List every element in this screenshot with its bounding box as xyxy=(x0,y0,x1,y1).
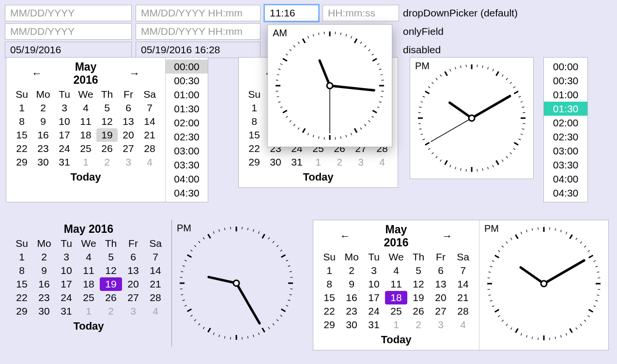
clock-face-br[interactable] xyxy=(483,223,604,344)
calendar-day[interactable]: 31 xyxy=(363,318,385,332)
calendar-day[interactable]: 6 xyxy=(430,264,452,277)
calendar-day[interactable]: 1 xyxy=(318,264,340,277)
calendar-day[interactable]: 30 xyxy=(265,155,286,169)
calendar-day[interactable]: 26 xyxy=(407,304,430,318)
calendar-day[interactable]: 8 xyxy=(318,277,340,291)
time-option[interactable]: 03:00 xyxy=(166,144,208,158)
ampm-br[interactable]: PM xyxy=(484,223,499,234)
calendar-day[interactable]: 15 xyxy=(11,128,32,142)
calendar-day[interactable]: 11 xyxy=(75,115,96,128)
date-input-1[interactable] xyxy=(9,7,127,19)
calendar-day[interactable]: 25 xyxy=(385,304,407,318)
time-option[interactable]: 01:30 xyxy=(544,102,587,116)
time-option[interactable]: 03:30 xyxy=(544,158,587,172)
calendar-day[interactable]: 14 xyxy=(139,115,160,128)
calendar-day[interactable]: 9 xyxy=(32,115,54,128)
calendar-day[interactable]: 2 xyxy=(96,155,118,169)
calendar-day[interactable]: 27 xyxy=(118,142,139,155)
prev-month-arrow[interactable]: ← xyxy=(318,230,372,243)
time-option[interactable]: 00:30 xyxy=(544,74,587,88)
time-option[interactable]: 04:30 xyxy=(166,186,208,200)
calendar-day[interactable]: 31 xyxy=(286,155,308,169)
time-list-standalone[interactable]: 00:0000:3001:0001:3002:0002:3003:0003:30… xyxy=(543,57,588,202)
calendar-day[interactable]: 4 xyxy=(371,155,393,169)
time-option[interactable]: 00:30 xyxy=(166,74,208,88)
calendar-day[interactable]: 23 xyxy=(340,304,363,318)
calendar-day[interactable]: 7 xyxy=(452,264,474,277)
calendar-day[interactable]: 16 xyxy=(32,128,54,142)
calendar-day[interactable]: 14 xyxy=(452,277,474,291)
calendar-day[interactable]: 21 xyxy=(452,291,474,304)
datetime-input-2[interactable] xyxy=(140,25,256,38)
datetime-input-1[interactable] xyxy=(140,7,256,19)
calendar-day[interactable]: 27 xyxy=(430,304,452,318)
date-field-2[interactable] xyxy=(5,23,132,40)
prev-month-arrow[interactable]: ← xyxy=(11,67,63,80)
calendar-day[interactable]: 30 xyxy=(340,318,363,332)
timess-input-1[interactable] xyxy=(327,7,395,19)
time-option[interactable]: 04:00 xyxy=(544,172,587,186)
calendar-day[interactable]: 15 xyxy=(318,291,340,304)
calendar-day[interactable]: 19 xyxy=(96,128,118,142)
time-option[interactable]: 03:00 xyxy=(544,144,587,158)
time-option[interactable]: 02:30 xyxy=(544,130,587,144)
calendar-day[interactable]: 29 xyxy=(11,155,32,169)
time-option[interactable]: 02:30 xyxy=(166,130,208,144)
calendar-day[interactable]: 20 xyxy=(118,128,139,142)
time-option[interactable]: 00:00 xyxy=(166,60,208,74)
calendar-day[interactable]: 30 xyxy=(32,155,54,169)
calendar-day[interactable]: 1 xyxy=(385,318,407,332)
calendar-day[interactable]: 22 xyxy=(244,142,265,155)
calendar-day[interactable]: 22 xyxy=(318,304,340,318)
ampm-pm[interactable]: PM xyxy=(415,61,430,72)
calendar-day[interactable]: 3 xyxy=(54,101,75,115)
calendar-day[interactable]: 3 xyxy=(363,264,385,277)
calendar-day[interactable]: 5 xyxy=(96,101,118,115)
time-option[interactable]: 01:00 xyxy=(544,88,587,102)
calendar-day[interactable]: 11 xyxy=(385,277,407,291)
calendar-day[interactable]: 19 xyxy=(407,291,430,304)
calendar-day[interactable]: 4 xyxy=(139,155,160,169)
time-option[interactable]: 01:30 xyxy=(166,102,208,116)
time-field-focused[interactable] xyxy=(264,5,319,21)
datetime-field-1[interactable] xyxy=(136,5,261,21)
calendar-day[interactable]: 21 xyxy=(139,128,160,142)
calendar-day[interactable]: 5 xyxy=(407,264,430,277)
next-month-arrow[interactable]: → xyxy=(420,230,474,243)
calendar-day[interactable]: 2 xyxy=(329,155,350,169)
calendar-day[interactable]: 20 xyxy=(430,291,452,304)
time-option[interactable]: 03:30 xyxy=(166,158,208,172)
clock-face-pm[interactable] xyxy=(414,61,529,176)
calendar-day[interactable]: 3 xyxy=(430,318,452,332)
calendar-day[interactable]: 7 xyxy=(139,101,160,115)
calendar-day[interactable]: 24 xyxy=(363,304,385,318)
calendar-day[interactable]: 4 xyxy=(75,101,96,115)
calendar-day[interactable]: 2 xyxy=(340,264,363,277)
timess-field-1[interactable] xyxy=(323,5,399,21)
ampm-popup[interactable]: AM xyxy=(273,28,287,39)
calendar-day[interactable]: 24 xyxy=(54,142,75,155)
calendar-day[interactable]: 1 xyxy=(244,101,265,115)
calendar-day[interactable]: 10 xyxy=(54,115,75,128)
calendar-day[interactable]: 12 xyxy=(96,115,118,128)
today-button[interactable]: Today xyxy=(318,334,474,346)
date-input-2[interactable] xyxy=(9,25,127,38)
time-option[interactable]: 01:00 xyxy=(166,88,208,102)
calendar-day[interactable]: 4 xyxy=(385,264,407,277)
calendar-day[interactable]: 25 xyxy=(75,142,96,155)
calendar-day[interactable]: 3 xyxy=(118,155,139,169)
time-option[interactable]: 02:00 xyxy=(166,116,208,130)
time-option[interactable]: 04:30 xyxy=(544,186,587,200)
date-field-1[interactable] xyxy=(5,5,132,21)
calendar-day[interactable]: 2 xyxy=(32,101,54,115)
calendar-day[interactable]: 29 xyxy=(318,318,340,332)
calendar-day[interactable]: 29 xyxy=(244,155,265,169)
calendar-day[interactable]: 6 xyxy=(118,101,139,115)
calendar-day[interactable]: 28 xyxy=(139,142,160,155)
calendar-day[interactable]: 1 xyxy=(75,155,96,169)
calendar-day[interactable]: 31 xyxy=(54,155,75,169)
next-month-arrow[interactable]: → xyxy=(108,67,160,80)
time-input-focused[interactable] xyxy=(269,7,314,19)
calendar-day[interactable]: 15 xyxy=(244,128,265,142)
today-button[interactable]: Today xyxy=(11,171,160,183)
